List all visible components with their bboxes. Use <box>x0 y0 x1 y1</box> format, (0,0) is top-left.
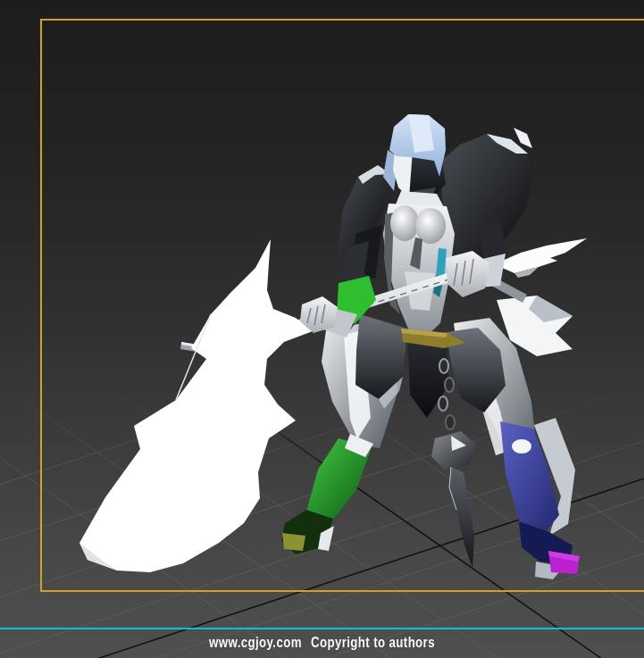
watermark-notice: Copyright to authors <box>311 635 435 650</box>
ground-guide-line <box>0 628 644 629</box>
active-viewport-border <box>40 19 644 592</box>
watermark-site: www.cgjoy.com <box>209 635 302 650</box>
viewport-stage: www.cgjoy.com Copyright to authors <box>0 0 644 658</box>
watermark: www.cgjoy.com Copyright to authors <box>71 635 573 650</box>
